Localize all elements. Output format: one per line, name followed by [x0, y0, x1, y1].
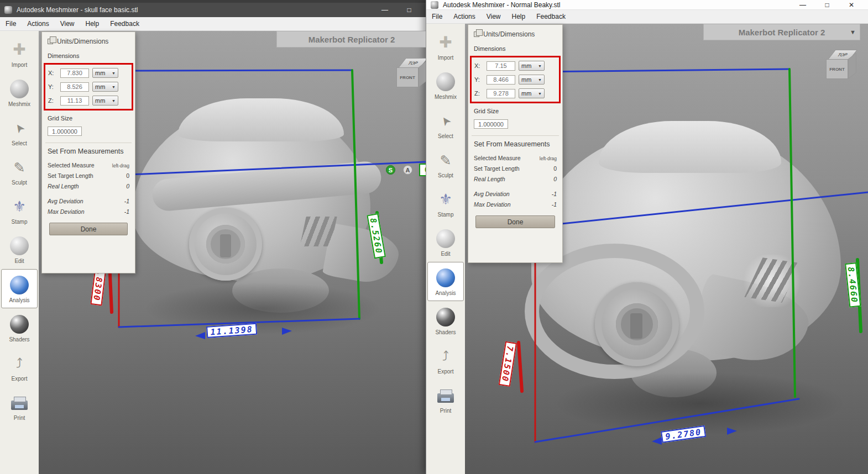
measurements-title: Set From Measurements [474, 140, 557, 148]
tool-export[interactable]: ⤴ Export [427, 340, 464, 380]
tool-edit[interactable]: Edit [427, 223, 464, 262]
panel-icon [474, 31, 479, 37]
panel-header[interactable]: Units/Dimensions [48, 36, 129, 50]
tool-edit[interactable]: Edit [1, 230, 38, 269]
menu-actions[interactable]: Actions [448, 10, 480, 23]
plus-icon: ✚ [439, 35, 452, 50]
tool-sculpt[interactable]: ✎ Sculpt [427, 144, 464, 183]
dim-row-x: X: mm▼ [48, 68, 129, 78]
tool-label: Meshmix [435, 94, 457, 100]
window-skull-face: Autodesk Meshmixer - skull face basic.st… [0, 3, 426, 474]
export-arrow-icon: ⤴ [16, 357, 23, 370]
helmet-crest [178, 98, 344, 141]
tool-select[interactable]: ➤ Select [427, 105, 464, 144]
maximize-button[interactable]: □ [397, 6, 421, 14]
tool-meshmix[interactable]: Meshmix [427, 66, 464, 105]
axis-label: Y: [48, 83, 57, 90]
dimensions-annotation-box: X: mm▼ Y: mm▼ Z: mm▼ [470, 56, 561, 103]
navigation-cube[interactable]: TOP FRONT [395, 58, 426, 92]
helmet-beak [322, 223, 402, 287]
tool-analysis[interactable]: Analysis [427, 262, 464, 301]
chevron-down-icon: ▼ [538, 64, 542, 68]
printer-selector[interactable]: Makerbot Replicator 2 [276, 31, 426, 48]
tool-sculpt[interactable]: ✎ Sculpt [1, 151, 38, 191]
grid-size-field[interactable] [48, 127, 82, 136]
meshmixer-app-icon [4, 6, 12, 14]
axis-label: X: [48, 70, 57, 76]
z-dimension-field[interactable] [487, 89, 515, 98]
wireframe-sphere-icon [436, 229, 455, 248]
export-arrow-icon: ⤴ [442, 350, 449, 363]
tool-label: Export [12, 376, 28, 382]
x-unit-select[interactable]: mm▼ [519, 61, 545, 71]
tool-label: Stamp [438, 212, 454, 218]
tool-label: Print [14, 415, 25, 421]
menu-file[interactable]: File [426, 10, 448, 23]
z-dimension-field[interactable] [60, 96, 89, 106]
y-unit-select[interactable]: mm▼ [519, 75, 545, 85]
tool-import[interactable]: ✚ Import [427, 27, 464, 66]
measurements-title: Set From Measurements [48, 148, 129, 155]
grid-size-field[interactable] [474, 119, 508, 129]
titlebar[interactable]: Autodesk Meshmixer - Normal Beaky.stl — … [426, 0, 868, 10]
y-dimension-field[interactable] [60, 82, 89, 92]
fleur-de-lis-icon: ⚜ [13, 199, 26, 214]
menu-view[interactable]: View [55, 17, 80, 30]
minimize-button[interactable]: — [791, 1, 815, 9]
x-dimension-field[interactable] [487, 61, 515, 71]
tool-import[interactable]: ✚ Import [1, 34, 38, 73]
window-title: Autodesk Meshmixer - Normal Beaky.stl [443, 1, 561, 9]
tool-stamp[interactable]: ⚜ Stamp [1, 191, 38, 230]
tool-print[interactable]: Print [427, 380, 464, 419]
menu-feedback[interactable]: Feedback [531, 10, 571, 23]
navcube-front-face[interactable]: FRONT [826, 59, 848, 79]
menu-help[interactable]: Help [506, 10, 531, 23]
z-unit-select[interactable]: mm▼ [519, 88, 545, 98]
done-button[interactable]: Done [49, 223, 128, 235]
printer-icon [437, 393, 454, 403]
measure-row: Selected Measure left-drag [474, 155, 557, 161]
y-unit-select[interactable]: mm▼ [92, 82, 118, 92]
menu-feedback[interactable]: Feedback [104, 17, 145, 30]
shiny-sphere-icon [10, 315, 29, 334]
titlebar[interactable]: Autodesk Meshmixer - skull face basic.st… [0, 3, 426, 17]
axis-badge[interactable]: A [403, 165, 412, 175]
menu-view[interactable]: View [481, 10, 506, 23]
navcube-front-face[interactable]: FRONT [396, 67, 419, 87]
menu-help[interactable]: Help [80, 17, 105, 30]
tool-meshmix[interactable]: Meshmix [1, 73, 38, 112]
done-button[interactable]: Done [475, 215, 555, 228]
z-unit-select[interactable]: mm▼ [92, 96, 118, 106]
y-dimension-field[interactable] [487, 75, 515, 85]
chevron-down-icon: ▼ [112, 99, 116, 103]
panel-title: Units/Dimensions [483, 30, 535, 38]
navigation-cube[interactable]: TOP FRONT [825, 50, 860, 84]
tool-analysis[interactable]: Analysis [1, 269, 38, 308]
chevron-down-icon: ▼ [538, 78, 542, 82]
chevron-down-icon: ▼ [112, 71, 116, 75]
window-normal-beaky: Autodesk Meshmixer - Normal Beaky.stl — … [426, 0, 868, 474]
tool-label: Select [438, 133, 453, 139]
measure-row: Max Deviation -1 [48, 208, 129, 215]
panel-header[interactable]: Units/Dimensions [474, 29, 557, 43]
x-unit-select[interactable]: mm▼ [92, 68, 118, 78]
minimize-button[interactable]: — [373, 6, 397, 14]
tool-stamp[interactable]: ⚜ Stamp [427, 183, 464, 223]
tool-export[interactable]: ⤴ Export [1, 347, 38, 387]
maximize-button[interactable]: □ [815, 1, 839, 9]
shiny-sphere-icon [436, 308, 455, 326]
tool-shaders[interactable]: Shaders [427, 301, 464, 340]
printer-selector[interactable]: Makerbot Replicator 2 ▼ [703, 24, 860, 40]
menu-file[interactable]: File [0, 17, 22, 30]
x-dimension-field[interactable] [60, 69, 89, 78]
close-button[interactable]: ✕ [839, 1, 864, 9]
tool-shaders[interactable]: Shaders [1, 308, 38, 347]
tool-select[interactable]: ➤ Select [1, 112, 38, 151]
axis-label: Y: [474, 76, 483, 83]
menu-actions[interactable]: Actions [22, 17, 54, 30]
tool-print[interactable]: Print [1, 387, 38, 426]
printer-name: Makerbot Replicator 2 [308, 35, 395, 44]
tool-label: Shaders [435, 329, 456, 335]
snap-badge[interactable]: S [386, 165, 395, 175]
chevron-down-icon: ▼ [538, 92, 542, 96]
